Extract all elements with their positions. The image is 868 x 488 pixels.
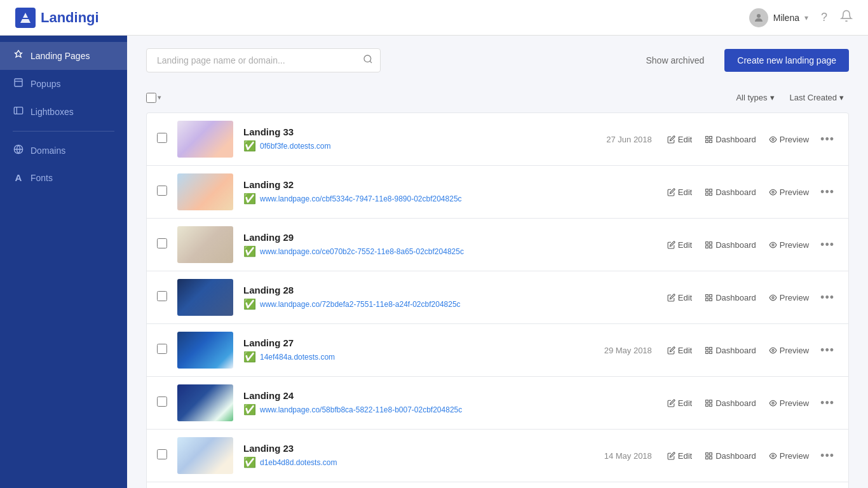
edit-button[interactable]: Edit <box>662 342 697 359</box>
edit-icon <box>667 294 675 302</box>
dashboard-button[interactable]: Dashboard <box>700 184 761 201</box>
row-checkbox-area[interactable] <box>157 291 177 304</box>
help-icon[interactable]: ? <box>821 11 827 24</box>
more-actions-button[interactable]: ••• <box>817 447 838 465</box>
search-input[interactable] <box>146 48 381 72</box>
sidebar-item-fonts[interactable]: A Fonts <box>0 165 127 191</box>
edit-button[interactable]: Edit <box>662 131 697 148</box>
row-actions: Edit Dashboard Preview ••• <box>662 447 838 465</box>
more-actions-button[interactable]: ••• <box>817 130 838 149</box>
dashboard-button[interactable]: Dashboard <box>700 395 761 412</box>
preview-button[interactable]: Preview <box>764 236 814 254</box>
landing-thumbnail <box>177 173 233 210</box>
search-button[interactable] <box>363 54 373 67</box>
more-actions-button[interactable]: ••• <box>817 236 838 254</box>
landing-url-link[interactable]: www.landpage.co/72bdefa2-7551-11e8-a24f-… <box>260 300 461 309</box>
landing-date: 14 May 2018 <box>582 451 652 461</box>
edit-button[interactable]: Edit <box>662 289 697 306</box>
svg-point-42 <box>772 454 774 456</box>
dashboard-button[interactable]: Dashboard <box>700 447 761 464</box>
svg-point-3 <box>757 14 761 18</box>
dashboard-icon <box>705 452 713 460</box>
last-created-dropdown[interactable]: Last Created ▾ <box>785 90 849 105</box>
row-checkbox[interactable] <box>157 238 167 248</box>
brand-logo[interactable]: Landingi <box>15 8 99 28</box>
chevron-down-icon-2: ▾ <box>839 93 844 102</box>
preview-button[interactable]: Preview <box>764 131 814 148</box>
row-checkbox-area[interactable] <box>157 186 177 198</box>
lightbox-icon <box>13 105 24 118</box>
layout: Landing Pages Popups Lightboxes Domains … <box>0 36 868 488</box>
dashboard-button[interactable]: Dashboard <box>700 289 761 306</box>
row-checkbox-area[interactable] <box>157 396 177 409</box>
edit-button[interactable]: Edit <box>662 236 697 254</box>
list-area: ▾ All types ▾ Last Created ▾ <box>127 85 868 488</box>
landing-url-link[interactable]: d1eb4d8d.dotests.com <box>260 458 337 467</box>
row-checkbox-area[interactable] <box>157 133 177 146</box>
url-status-icon: ✅ <box>243 351 256 363</box>
dashboard-button[interactable]: Dashboard <box>700 236 761 254</box>
edit-button[interactable]: Edit <box>662 184 697 201</box>
preview-button[interactable]: Preview <box>764 289 814 306</box>
select-all-area[interactable]: ▾ <box>146 93 172 103</box>
svg-rect-11 <box>710 140 712 142</box>
row-checkbox[interactable] <box>157 186 167 196</box>
preview-icon <box>769 346 777 355</box>
more-actions-button[interactable]: ••• <box>817 288 838 307</box>
more-actions-button[interactable]: ••• <box>817 183 838 201</box>
show-archived-button[interactable]: Show archived <box>636 50 715 71</box>
table-row: Landing 20 ✅ 02 May 2018 Edit Dashboard … <box>146 482 849 488</box>
preview-button[interactable]: Preview <box>764 184 814 201</box>
row-actions: Edit Dashboard Preview ••• <box>662 183 838 201</box>
all-types-dropdown[interactable]: All types ▾ <box>731 90 779 105</box>
more-actions-button[interactable]: ••• <box>817 394 838 412</box>
create-landing-page-button[interactable]: Create new landing page <box>724 49 849 72</box>
row-checkbox[interactable] <box>157 449 167 459</box>
preview-button[interactable]: Preview <box>764 395 814 412</box>
list-header: ▾ All types ▾ Last Created ▾ <box>146 85 849 110</box>
dashboard-button[interactable]: Dashboard <box>700 131 761 148</box>
svg-rect-38 <box>706 452 709 455</box>
row-checkbox[interactable] <box>157 396 167 407</box>
svg-rect-36 <box>710 403 712 406</box>
edit-button[interactable]: Edit <box>662 447 697 464</box>
url-status-icon: ✅ <box>243 140 256 152</box>
landing-url-link[interactable]: 0f6bf3fe.dotests.com <box>260 142 330 151</box>
row-checkbox-area[interactable] <box>157 344 177 356</box>
dashboard-button[interactable]: Dashboard <box>700 342 761 359</box>
sidebar-item-domains[interactable]: Domains <box>0 137 127 165</box>
notification-icon[interactable] <box>840 10 853 25</box>
main-content: Show archived Create new landing page ▾ … <box>127 36 868 488</box>
user-menu[interactable]: Milena ▾ <box>749 8 808 27</box>
select-all-checkbox[interactable] <box>146 93 156 103</box>
preview-icon <box>769 294 777 302</box>
row-actions: Edit Dashboard Preview ••• <box>662 341 838 360</box>
brand-name: Landingi <box>41 10 99 26</box>
navbar: Landingi Milena ▾ ? <box>0 0 868 36</box>
edit-button[interactable]: Edit <box>662 395 697 412</box>
landing-url-link[interactable]: 14ef484a.dotests.com <box>260 353 335 362</box>
row-checkbox[interactable] <box>157 133 167 143</box>
dashboard-icon <box>705 241 713 249</box>
preview-button[interactable]: Preview <box>764 342 814 359</box>
landing-url-link[interactable]: www.landpage.co/ce070b2c-7552-11e8-8a65-… <box>260 247 464 256</box>
row-checkbox[interactable] <box>157 344 167 354</box>
row-checkbox[interactable] <box>157 291 167 301</box>
sidebar-label-lightboxes: Lightboxes <box>31 107 74 117</box>
landing-url-link[interactable]: www.landpage.co/58bfb8ca-5822-11e8-b007-… <box>260 405 462 414</box>
row-checkbox-area[interactable] <box>157 238 177 251</box>
navbar-right: Milena ▾ ? <box>749 8 853 27</box>
landing-url-link[interactable]: www.landpage.co/cbf5334c-7947-11e8-9890-… <box>260 194 462 203</box>
sidebar-item-popups[interactable]: Popups <box>0 70 127 98</box>
landing-name: Landing 29 <box>243 232 582 243</box>
row-url: ✅ www.landpage.co/58bfb8ca-5822-11e8-b00… <box>243 403 582 416</box>
row-checkbox-area[interactable] <box>157 449 177 462</box>
landing-thumbnail <box>177 279 233 316</box>
preview-icon <box>769 135 777 144</box>
landing-date: 29 May 2018 <box>582 346 652 355</box>
preview-button[interactable]: Preview <box>764 447 814 464</box>
sidebar-item-landing-pages[interactable]: Landing Pages <box>0 42 127 70</box>
more-actions-button[interactable]: ••• <box>817 341 838 360</box>
sidebar-item-lightboxes[interactable]: Lightboxes <box>0 98 127 126</box>
landing-thumbnail <box>177 121 233 158</box>
